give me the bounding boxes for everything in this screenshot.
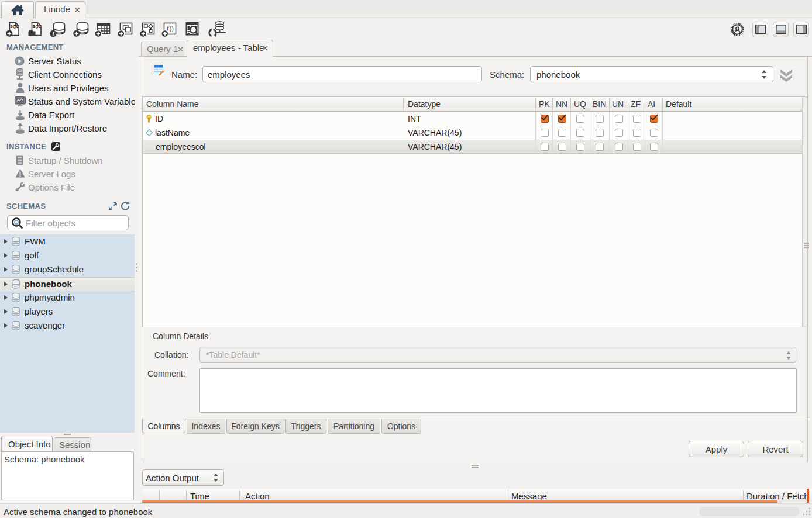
- svg-text:(): (): [170, 25, 174, 32]
- svg-text:SQL: SQL: [32, 24, 42, 29]
- svg-text:SQL: SQL: [10, 24, 19, 29]
- svg-text:i: i: [52, 31, 54, 37]
